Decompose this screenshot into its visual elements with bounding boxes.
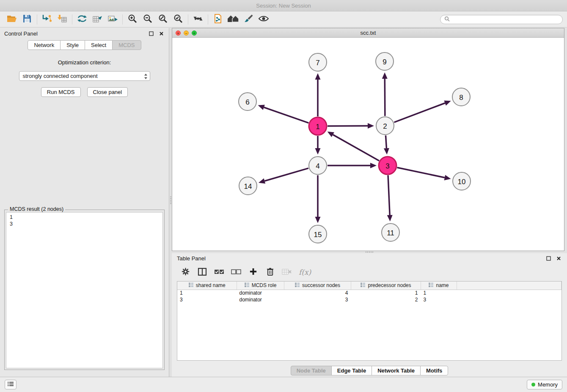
status-bar: Memory	[0, 377, 567, 392]
graph-node-15[interactable]: 15	[309, 225, 327, 243]
close-panel-button[interactable]: Close panel	[87, 87, 128, 97]
refresh-icon	[193, 14, 203, 25]
task-history-button[interactable]	[5, 380, 17, 389]
graph-node-10[interactable]: 10	[453, 172, 471, 190]
column-header-predecessor-nodes[interactable]: predecessor nodes	[351, 282, 421, 290]
cell-mcds-role[interactable]: dominator	[237, 290, 284, 296]
tab-network-table[interactable]: Network Table	[372, 366, 421, 375]
cell-predecessor-nodes[interactable]: 2	[351, 296, 421, 303]
node-table[interactable]: shared name MCDS role successor nodes pr…	[177, 281, 562, 361]
graph-edge-2-8[interactable]	[394, 103, 445, 122]
tab-network[interactable]: Network	[28, 40, 61, 50]
vertical-splitter[interactable]	[169, 28, 172, 377]
table-settings-button[interactable]	[179, 266, 192, 279]
graph-node-8[interactable]: 8	[452, 88, 470, 106]
import-table-button[interactable]	[55, 13, 70, 26]
graph-edge-arrowhead	[259, 178, 265, 183]
search-field[interactable]	[440, 15, 563, 24]
function-builder-label[interactable]: f(x)	[297, 268, 311, 276]
cell-successor-nodes[interactable]: 4	[284, 290, 351, 296]
plus-icon	[249, 268, 257, 277]
column-header-name[interactable]: name	[421, 282, 457, 290]
sort-icon	[244, 282, 250, 289]
column-label: successor nodes	[302, 282, 340, 288]
graph-node-2[interactable]: 2	[376, 117, 394, 135]
graph-edge-2-3[interactable]	[385, 135, 386, 148]
graph-node-7[interactable]: 7	[309, 53, 327, 71]
cell-predecessor-nodes[interactable]: 1	[351, 290, 421, 296]
add-column-button[interactable]	[246, 266, 260, 279]
graph-edge-1-6[interactable]	[264, 108, 309, 123]
style-button[interactable]	[241, 13, 256, 26]
mcds-result-text[interactable]: 1 3	[6, 212, 163, 368]
tab-mcds[interactable]: MCDS	[112, 40, 141, 50]
refresh-button[interactable]	[190, 13, 206, 26]
graph-edge-3-10[interactable]	[397, 168, 445, 178]
network-canvas[interactable]: 7968124314101511	[172, 38, 564, 251]
show-hide-button[interactable]	[256, 13, 271, 26]
criterion-dropdown[interactable]: strongly connected component	[19, 71, 150, 81]
float-panel-icon[interactable]	[148, 30, 154, 37]
horizontal-splitter[interactable]	[172, 251, 567, 253]
graph-node-1[interactable]: 1	[309, 117, 327, 135]
document-share-button[interactable]	[210, 13, 226, 26]
cell-mcds-role[interactable]: dominator	[237, 296, 284, 303]
cell-shared-name[interactable]: 1	[177, 290, 237, 296]
tab-select[interactable]: Select	[85, 40, 113, 50]
zoom-in-button[interactable]	[125, 13, 140, 26]
open-session-button[interactable]	[4, 13, 19, 26]
cell-shared-name[interactable]: 3	[177, 296, 237, 303]
show-columns-button[interactable]	[195, 266, 209, 279]
close-panel-icon[interactable]	[158, 30, 165, 37]
run-mcds-button[interactable]: Run MCDS	[41, 87, 81, 97]
cell-successor-nodes[interactable]: 3	[284, 296, 351, 303]
import-network-button[interactable]	[39, 13, 55, 26]
graph-edge-1-2[interactable]	[328, 126, 368, 126]
select-all-button[interactable]	[212, 266, 226, 279]
zoom-out-button[interactable]	[140, 13, 155, 26]
tab-motifs[interactable]: Motifs	[420, 366, 448, 375]
minimize-window-button[interactable]: −	[184, 30, 189, 36]
control-panel-tabs: Network Style Select MCDS	[0, 40, 169, 50]
graph-node-3[interactable]: 3	[379, 157, 396, 174]
graph-edge-arrowhead	[384, 148, 389, 155]
tab-style[interactable]: Style	[60, 40, 85, 50]
column-header-shared-name[interactable]: shared name	[177, 282, 237, 290]
export-table-button[interactable]	[90, 13, 105, 26]
graph-edge-4-14[interactable]	[264, 168, 308, 181]
graph-edge-3-11[interactable]	[388, 175, 390, 215]
table-row[interactable]: 3 dominator 3 2 3	[177, 296, 561, 303]
column-header-mcds-role[interactable]: MCDS role	[237, 282, 284, 290]
table-row[interactable]: 1 dominator 4 1 1	[177, 290, 561, 296]
graph-node-4[interactable]: 4	[309, 157, 327, 174]
zoom-window-button[interactable]: +	[192, 30, 197, 36]
close-table-panel-icon[interactable]	[555, 255, 562, 262]
export-image-button[interactable]	[105, 13, 120, 26]
float-table-panel-icon[interactable]	[545, 255, 552, 262]
delete-column-button[interactable]	[263, 266, 277, 279]
home-button[interactable]	[226, 13, 241, 26]
graph-node-6[interactable]: 6	[239, 93, 256, 110]
graph-node-14[interactable]: 14	[239, 177, 257, 195]
cell-name[interactable]: 1	[421, 290, 457, 296]
column-header-successor-nodes[interactable]: successor nodes	[284, 282, 351, 290]
save-session-button[interactable]	[19, 13, 35, 26]
graph-edge-2-9[interactable]	[385, 79, 385, 116]
zoom-selected-button[interactable]	[171, 13, 186, 26]
graph-node-label: 6	[245, 98, 249, 106]
tab-edge-table[interactable]: Edge Table	[331, 366, 372, 375]
graph-node-9[interactable]: 9	[376, 52, 394, 70]
control-panel-header: Control Panel	[0, 28, 169, 39]
table-panel-title: Table Panel	[177, 255, 206, 262]
network-graph[interactable]: 7968124314101511	[172, 38, 564, 251]
search-input[interactable]	[452, 16, 559, 22]
graph-edge-3-1[interactable]	[333, 135, 379, 161]
cell-name[interactable]: 3	[421, 296, 457, 303]
graph-node-11[interactable]: 11	[382, 224, 399, 241]
zoom-fit-button[interactable]	[155, 13, 171, 26]
close-window-button[interactable]: ×	[176, 30, 181, 36]
deselect-all-button[interactable]	[229, 266, 243, 279]
memory-button[interactable]: Memory	[527, 380, 562, 389]
export-network-button[interactable]	[74, 13, 90, 26]
tab-node-table[interactable]: Node Table	[291, 366, 332, 375]
